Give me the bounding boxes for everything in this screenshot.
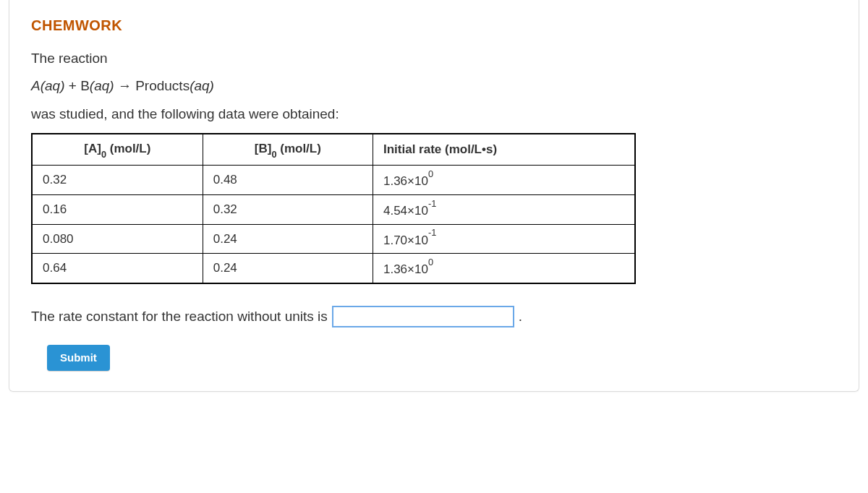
prompt-text: The rate constant for the reaction witho…	[31, 309, 328, 325]
answer-prompt-row: The rate constant for the reaction witho…	[31, 306, 837, 327]
cell-a: 0.64	[32, 254, 203, 283]
cell-a: 0.080	[32, 224, 203, 254]
section-heading: CHEMWORK	[31, 17, 837, 34]
data-table: [A]0 (mol/L) [B]0 (mol/L) Initial rate (…	[31, 133, 636, 284]
intro-text-2: was studied, and the following data were…	[31, 104, 837, 125]
phase-b: (aq)	[90, 78, 114, 93]
col-header-b: [B]0 (mol/L)	[203, 134, 373, 166]
cell-b: 0.32	[203, 195, 373, 225]
question-panel: CHEMWORK The reaction A(aq) + B(aq) → Pr…	[9, 0, 859, 392]
table-row: 0.64 0.24 1.36×100	[32, 254, 635, 283]
cell-a: 0.32	[32, 166, 203, 195]
cell-rate: 1.70×10-1	[373, 224, 635, 254]
phase-products: (aq)	[190, 78, 214, 93]
col-header-rate: Initial rate (mol/L•s)	[373, 134, 635, 166]
cell-rate: 4.54×10-1	[373, 195, 635, 225]
cell-b: 0.24	[203, 224, 373, 254]
arrow-products: → Products	[114, 78, 190, 93]
table-row: 0.16 0.32 4.54×10-1	[32, 195, 635, 225]
rate-constant-input[interactable]	[332, 306, 514, 327]
table-row: 0.32 0.48 1.36×100	[32, 166, 635, 195]
plus-species-b: + B	[64, 78, 89, 93]
cell-b: 0.48	[203, 166, 373, 195]
species-a: A	[31, 78, 41, 93]
col-header-a: [A]0 (mol/L)	[32, 134, 203, 166]
table-row: 0.080 0.24 1.70×10-1	[32, 224, 635, 254]
intro-text-1: The reaction	[31, 48, 837, 69]
period: .	[519, 309, 522, 325]
cell-b: 0.24	[203, 254, 373, 283]
table-header-row: [A]0 (mol/L) [B]0 (mol/L) Initial rate (…	[32, 134, 635, 166]
cell-rate: 1.36×100	[373, 254, 635, 283]
reaction-equation: A(aq) + B(aq) → Products(aq)	[31, 78, 837, 94]
cell-a: 0.16	[32, 195, 203, 225]
submit-button[interactable]: Submit	[47, 345, 110, 371]
cell-rate: 1.36×100	[373, 166, 635, 195]
phase-a: (aq)	[41, 78, 65, 93]
